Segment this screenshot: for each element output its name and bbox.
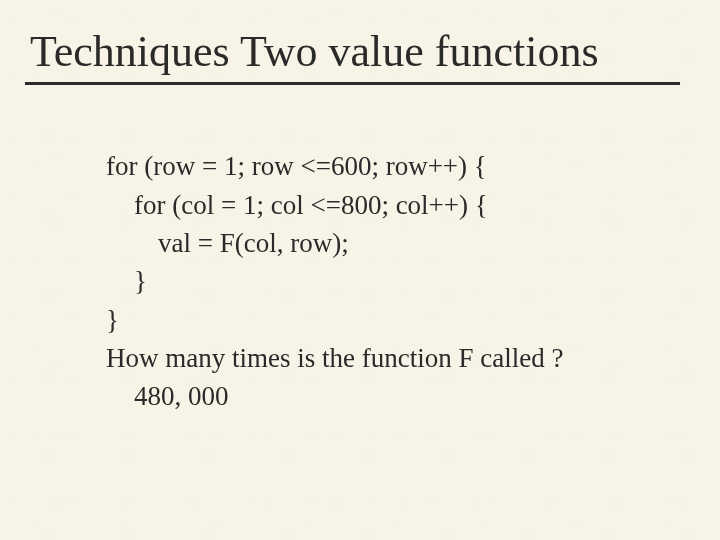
code-line-5: } bbox=[106, 301, 690, 339]
code-line-3: val = F(col, row); bbox=[106, 224, 690, 262]
code-line-4: } bbox=[106, 262, 690, 300]
answer-text: 480, 000 bbox=[106, 377, 690, 415]
slide-container: Techniques Two value functions for (row … bbox=[0, 0, 720, 540]
slide-title: Techniques Two value functions bbox=[30, 28, 690, 76]
question-text: How many times is the function F called … bbox=[106, 339, 690, 377]
slide-content: for (row = 1; row <=600; row++) { for (c… bbox=[30, 147, 690, 415]
code-line-2: for (col = 1; col <=800; col++) { bbox=[106, 186, 690, 224]
title-underline bbox=[25, 82, 680, 85]
code-line-1: for (row = 1; row <=600; row++) { bbox=[106, 147, 690, 185]
